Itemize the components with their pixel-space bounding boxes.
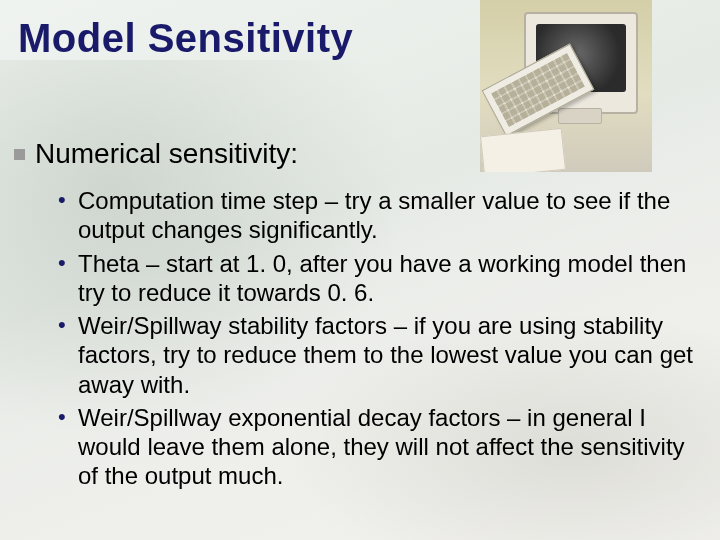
list-item-text: Theta – start at 1. 0, after you have a … (78, 250, 686, 306)
crt-stand-icon (558, 108, 602, 124)
section-heading: Numerical sensitivity: (35, 138, 298, 170)
list-item-text: Computation time step – try a smaller va… (78, 187, 670, 243)
list-item-text: Weir/Spillway exponential decay factors … (78, 404, 685, 490)
bullet-list: Computation time step – try a smaller va… (58, 186, 694, 491)
bullet-square-icon (14, 149, 25, 160)
list-item: Theta – start at 1. 0, after you have a … (58, 249, 694, 308)
section-heading-row: Numerical sensitivity: (14, 138, 694, 170)
slide-title: Model Sensitivity (18, 16, 353, 61)
list-item: Weir/Spillway stability factors – if you… (58, 311, 694, 399)
slide: Model Sensitivity Numerical sensitivity:… (0, 0, 720, 540)
section: Numerical sensitivity: Computation time … (14, 138, 694, 495)
list-item: Computation time step – try a smaller va… (58, 186, 694, 245)
list-item: Weir/Spillway exponential decay factors … (58, 403, 694, 491)
list-item-text: Weir/Spillway stability factors – if you… (78, 312, 693, 398)
